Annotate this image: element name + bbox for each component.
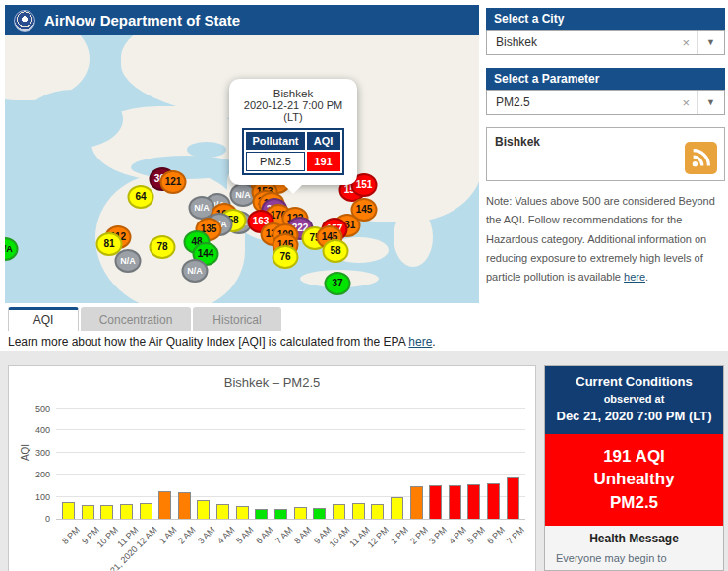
map-landmass (394, 208, 433, 267)
select-city-header: Select a City (486, 8, 725, 30)
aqi-bar[interactable] (294, 507, 307, 519)
x-axis-label: 2 PM (408, 525, 430, 546)
y-axis-tick: 0 (25, 514, 50, 524)
rss-icon[interactable] (685, 142, 717, 174)
aqi-bar[interactable] (197, 500, 210, 519)
aqi-bar[interactable] (158, 491, 171, 519)
app-header: AirNow Department of State (5, 5, 479, 35)
aqi-bar[interactable] (352, 503, 365, 519)
x-axis-label: 8 PM (60, 525, 82, 546)
city-select[interactable]: Bishkek × ▼ (486, 30, 725, 55)
clear-parameter-icon[interactable]: × (675, 95, 697, 110)
current-aqi-value: 191 AQI (549, 445, 719, 469)
popup-city: Bishkek (235, 88, 351, 99)
aqi-marker[interactable]: 121 (160, 170, 187, 194)
x-axis-label: 7 PM (505, 525, 526, 546)
city-select-value: Bishkek (496, 35, 675, 49)
parameter-select[interactable]: PM2.5 × ▼ (486, 90, 725, 115)
tab-historical[interactable]: Historical (193, 307, 281, 331)
chart-plot-area: 0100200300400500 (56, 410, 525, 520)
app-title: AirNow Department of State (44, 12, 240, 29)
parameter-dropdown-caret-icon[interactable]: ▼ (697, 91, 724, 114)
popup-pollutant-value: PM2.5 (246, 152, 304, 171)
x-axis-label: 12 PM (366, 525, 391, 549)
aqi-bar[interactable] (255, 509, 268, 519)
aqi-bar[interactable] (313, 508, 326, 519)
x-axis-label: 4 AM (215, 525, 237, 546)
aqi-bar[interactable] (100, 505, 113, 519)
aqi-bar[interactable] (120, 504, 133, 519)
aqi-bar[interactable] (274, 509, 287, 519)
map-sea (25, 90, 123, 149)
conditions-observed-at: observed at (549, 392, 719, 408)
aqi-bar[interactable] (429, 485, 442, 519)
health-message-title: Health Message (556, 532, 712, 545)
y-axis-tick: 200 (25, 470, 50, 479)
popup-col-pollutant: Pollutant (246, 132, 304, 150)
aqi-marker[interactable]: 64 (128, 185, 154, 209)
learn-more-text: Learn more about how the Air Quality Ind… (8, 335, 436, 349)
aqi-bar[interactable] (449, 485, 461, 519)
aqi-bar[interactable] (467, 484, 480, 519)
map-sea (131, 156, 241, 179)
current-aqi-box: 191 AQI Unhealthy PM2.5 (545, 434, 723, 526)
x-axis-label: 6 AM (254, 525, 275, 546)
conditions-title: Current Conditions (549, 373, 719, 392)
x-axis-label: 10 AM (328, 525, 352, 549)
aqi-bar[interactable] (236, 506, 249, 519)
aqi-bar[interactable] (487, 483, 500, 519)
aqi-bar[interactable] (371, 504, 384, 519)
current-aqi-pollutant: PM2.5 (549, 491, 719, 515)
aqi-bar[interactable] (62, 502, 75, 519)
aqi-bar[interactable] (410, 486, 423, 519)
popup-aqi-value: 191 (307, 152, 340, 171)
aqi-marker[interactable]: 76 (273, 245, 299, 269)
aqi-marker[interactable]: N/A (115, 249, 142, 273)
conditions-header: Current Conditions observed at Dec 21, 2… (545, 366, 723, 434)
x-axis-label: 1 AM (157, 525, 179, 546)
aqi-bar[interactable] (178, 492, 191, 519)
aqi-bar[interactable] (333, 504, 345, 519)
conditions-datetime: Dec 21, 2020 7:00 PM (LT) (549, 408, 719, 426)
chart-tabs: AQIConcentrationHistorical (8, 307, 281, 331)
aqi-bar[interactable] (216, 504, 229, 519)
learn-more-here-link[interactable]: here (408, 335, 432, 349)
x-axis-label: 5 PM (466, 525, 488, 546)
tab-concentration[interactable]: Concentration (81, 307, 191, 331)
y-axis-tick: 300 (25, 448, 50, 458)
lower-section: Bishkek – PM2.5 AQI 0100200300400500 8 P… (0, 351, 728, 571)
aqi-note: Note: Values above 500 are considered Be… (486, 192, 725, 286)
map-popup: Bishkek 2020-12-21 7:00 PM (LT) Pollutan… (229, 79, 357, 185)
health-message-box: Health Message Everyone may begin to exp… (545, 526, 723, 571)
aqi-marker[interactable]: 37 (325, 272, 351, 295)
gridline (56, 408, 525, 409)
aqi-marker[interactable]: 78 (150, 235, 176, 259)
world-map[interactable]: 30612164N/AN/AN/A103N/A58N/A13511281N/A7… (5, 35, 479, 303)
current-conditions-panel: Current Conditions observed at Dec 21, 2… (544, 365, 724, 571)
aqi-bar[interactable] (140, 503, 152, 519)
x-axis-label: 3 AM (196, 525, 217, 546)
aqi-marker[interactable]: N/A (5, 237, 19, 261)
aqi-bar[interactable] (507, 477, 519, 519)
map-sea (187, 142, 226, 158)
city-dropdown-caret-icon[interactable]: ▼ (697, 31, 724, 54)
x-axis-label: 3 PM (427, 525, 449, 546)
aqi-marker[interactable]: 58 (323, 239, 349, 263)
aqi-marker[interactable]: N/A (182, 259, 209, 283)
parameter-select-value: PM2.5 (496, 95, 675, 109)
aqi-bar[interactable] (82, 505, 94, 519)
clear-city-icon[interactable]: × (675, 35, 697, 50)
x-axis-label: 2 AM (176, 525, 198, 546)
y-axis-tick: 100 (25, 492, 50, 502)
x-axis-label: 7 AM (273, 525, 295, 546)
aqi-chart-panel: Bishkek – PM2.5 AQI 0100200300400500 8 P… (8, 365, 536, 571)
x-axis-label: 4 PM (447, 525, 468, 546)
note-here-link[interactable]: here (624, 271, 645, 283)
y-axis-tick: 400 (25, 425, 50, 435)
aqi-bar[interactable] (391, 497, 403, 519)
tab-aqi[interactable]: AQI (8, 307, 79, 331)
chart-title: Bishkek – PM2.5 (9, 375, 535, 390)
airnow-page: AirNow Department of State 30612164N/AN/… (0, 0, 728, 571)
y-axis-tick: 500 (25, 404, 50, 413)
rss-feed-box: Bishkek (486, 127, 725, 181)
